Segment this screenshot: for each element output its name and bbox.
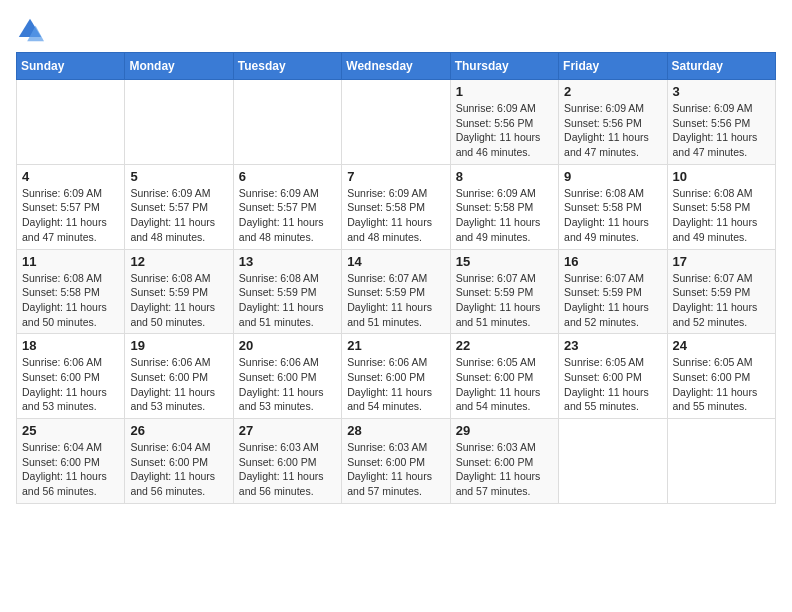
- calendar-cell: 7Sunrise: 6:09 AMSunset: 5:58 PMDaylight…: [342, 164, 450, 249]
- calendar-cell: 19Sunrise: 6:06 AMSunset: 6:00 PMDayligh…: [125, 334, 233, 419]
- day-number: 27: [239, 423, 336, 438]
- day-info: Sunrise: 6:07 AMSunset: 5:59 PMDaylight:…: [673, 271, 770, 330]
- day-info: Sunrise: 6:07 AMSunset: 5:59 PMDaylight:…: [456, 271, 553, 330]
- day-number: 14: [347, 254, 444, 269]
- calendar-week-5: 25Sunrise: 6:04 AMSunset: 6:00 PMDayligh…: [17, 419, 776, 504]
- calendar-cell: [667, 419, 775, 504]
- calendar-cell: 6Sunrise: 6:09 AMSunset: 5:57 PMDaylight…: [233, 164, 341, 249]
- logo: [16, 16, 48, 44]
- day-info: Sunrise: 6:03 AMSunset: 6:00 PMDaylight:…: [456, 440, 553, 499]
- day-number: 25: [22, 423, 119, 438]
- calendar-cell: 5Sunrise: 6:09 AMSunset: 5:57 PMDaylight…: [125, 164, 233, 249]
- col-header-monday: Monday: [125, 53, 233, 80]
- calendar-cell: [233, 80, 341, 165]
- day-info: Sunrise: 6:09 AMSunset: 5:58 PMDaylight:…: [456, 186, 553, 245]
- day-number: 8: [456, 169, 553, 184]
- calendar-cell: 8Sunrise: 6:09 AMSunset: 5:58 PMDaylight…: [450, 164, 558, 249]
- calendar-cell: 1Sunrise: 6:09 AMSunset: 5:56 PMDaylight…: [450, 80, 558, 165]
- col-header-thursday: Thursday: [450, 53, 558, 80]
- day-number: 26: [130, 423, 227, 438]
- calendar-cell: 24Sunrise: 6:05 AMSunset: 6:00 PMDayligh…: [667, 334, 775, 419]
- day-number: 5: [130, 169, 227, 184]
- day-info: Sunrise: 6:05 AMSunset: 6:00 PMDaylight:…: [564, 355, 661, 414]
- day-info: Sunrise: 6:08 AMSunset: 5:59 PMDaylight:…: [239, 271, 336, 330]
- day-number: 21: [347, 338, 444, 353]
- day-number: 24: [673, 338, 770, 353]
- day-number: 13: [239, 254, 336, 269]
- calendar-cell: [125, 80, 233, 165]
- day-number: 15: [456, 254, 553, 269]
- calendar-cell: 17Sunrise: 6:07 AMSunset: 5:59 PMDayligh…: [667, 249, 775, 334]
- calendar-cell: [17, 80, 125, 165]
- page-container: SundayMondayTuesdayWednesdayThursdayFrid…: [16, 16, 776, 504]
- day-info: Sunrise: 6:09 AMSunset: 5:57 PMDaylight:…: [130, 186, 227, 245]
- calendar-cell: 27Sunrise: 6:03 AMSunset: 6:00 PMDayligh…: [233, 419, 341, 504]
- calendar-cell: [559, 419, 667, 504]
- day-info: Sunrise: 6:09 AMSunset: 5:56 PMDaylight:…: [456, 101, 553, 160]
- day-info: Sunrise: 6:06 AMSunset: 6:00 PMDaylight:…: [130, 355, 227, 414]
- day-info: Sunrise: 6:07 AMSunset: 5:59 PMDaylight:…: [347, 271, 444, 330]
- day-info: Sunrise: 6:06 AMSunset: 6:00 PMDaylight:…: [239, 355, 336, 414]
- day-info: Sunrise: 6:06 AMSunset: 6:00 PMDaylight:…: [22, 355, 119, 414]
- calendar-cell: 26Sunrise: 6:04 AMSunset: 6:00 PMDayligh…: [125, 419, 233, 504]
- day-number: 6: [239, 169, 336, 184]
- col-header-tuesday: Tuesday: [233, 53, 341, 80]
- calendar-cell: 2Sunrise: 6:09 AMSunset: 5:56 PMDaylight…: [559, 80, 667, 165]
- day-info: Sunrise: 6:04 AMSunset: 6:00 PMDaylight:…: [130, 440, 227, 499]
- calendar-week-2: 4Sunrise: 6:09 AMSunset: 5:57 PMDaylight…: [17, 164, 776, 249]
- col-header-wednesday: Wednesday: [342, 53, 450, 80]
- day-info: Sunrise: 6:03 AMSunset: 6:00 PMDaylight:…: [239, 440, 336, 499]
- calendar-cell: 13Sunrise: 6:08 AMSunset: 5:59 PMDayligh…: [233, 249, 341, 334]
- calendar-cell: 11Sunrise: 6:08 AMSunset: 5:58 PMDayligh…: [17, 249, 125, 334]
- logo-icon: [16, 16, 44, 44]
- calendar-cell: [342, 80, 450, 165]
- col-header-saturday: Saturday: [667, 53, 775, 80]
- day-number: 22: [456, 338, 553, 353]
- day-info: Sunrise: 6:09 AMSunset: 5:58 PMDaylight:…: [347, 186, 444, 245]
- day-info: Sunrise: 6:08 AMSunset: 5:58 PMDaylight:…: [673, 186, 770, 245]
- day-number: 18: [22, 338, 119, 353]
- calendar-cell: 10Sunrise: 6:08 AMSunset: 5:58 PMDayligh…: [667, 164, 775, 249]
- day-info: Sunrise: 6:09 AMSunset: 5:57 PMDaylight:…: [22, 186, 119, 245]
- day-info: Sunrise: 6:04 AMSunset: 6:00 PMDaylight:…: [22, 440, 119, 499]
- day-number: 23: [564, 338, 661, 353]
- header: [16, 16, 776, 44]
- day-number: 3: [673, 84, 770, 99]
- calendar-cell: 23Sunrise: 6:05 AMSunset: 6:00 PMDayligh…: [559, 334, 667, 419]
- calendar-cell: 12Sunrise: 6:08 AMSunset: 5:59 PMDayligh…: [125, 249, 233, 334]
- day-number: 7: [347, 169, 444, 184]
- calendar-cell: 16Sunrise: 6:07 AMSunset: 5:59 PMDayligh…: [559, 249, 667, 334]
- day-number: 29: [456, 423, 553, 438]
- day-number: 12: [130, 254, 227, 269]
- calendar-cell: 28Sunrise: 6:03 AMSunset: 6:00 PMDayligh…: [342, 419, 450, 504]
- day-number: 16: [564, 254, 661, 269]
- day-number: 10: [673, 169, 770, 184]
- day-info: Sunrise: 6:09 AMSunset: 5:56 PMDaylight:…: [564, 101, 661, 160]
- calendar-cell: 15Sunrise: 6:07 AMSunset: 5:59 PMDayligh…: [450, 249, 558, 334]
- day-number: 1: [456, 84, 553, 99]
- day-info: Sunrise: 6:06 AMSunset: 6:00 PMDaylight:…: [347, 355, 444, 414]
- calendar-week-3: 11Sunrise: 6:08 AMSunset: 5:58 PMDayligh…: [17, 249, 776, 334]
- day-number: 17: [673, 254, 770, 269]
- calendar-cell: 4Sunrise: 6:09 AMSunset: 5:57 PMDaylight…: [17, 164, 125, 249]
- calendar-cell: 3Sunrise: 6:09 AMSunset: 5:56 PMDaylight…: [667, 80, 775, 165]
- calendar-week-4: 18Sunrise: 6:06 AMSunset: 6:00 PMDayligh…: [17, 334, 776, 419]
- calendar-cell: 18Sunrise: 6:06 AMSunset: 6:00 PMDayligh…: [17, 334, 125, 419]
- day-info: Sunrise: 6:08 AMSunset: 5:59 PMDaylight:…: [130, 271, 227, 330]
- calendar-cell: 20Sunrise: 6:06 AMSunset: 6:00 PMDayligh…: [233, 334, 341, 419]
- day-number: 2: [564, 84, 661, 99]
- day-info: Sunrise: 6:08 AMSunset: 5:58 PMDaylight:…: [22, 271, 119, 330]
- day-info: Sunrise: 6:05 AMSunset: 6:00 PMDaylight:…: [673, 355, 770, 414]
- day-number: 11: [22, 254, 119, 269]
- calendar-cell: 14Sunrise: 6:07 AMSunset: 5:59 PMDayligh…: [342, 249, 450, 334]
- day-info: Sunrise: 6:09 AMSunset: 5:56 PMDaylight:…: [673, 101, 770, 160]
- day-info: Sunrise: 6:09 AMSunset: 5:57 PMDaylight:…: [239, 186, 336, 245]
- day-number: 28: [347, 423, 444, 438]
- day-number: 9: [564, 169, 661, 184]
- day-number: 20: [239, 338, 336, 353]
- day-info: Sunrise: 6:07 AMSunset: 5:59 PMDaylight:…: [564, 271, 661, 330]
- calendar-cell: 21Sunrise: 6:06 AMSunset: 6:00 PMDayligh…: [342, 334, 450, 419]
- day-number: 4: [22, 169, 119, 184]
- calendar-cell: 29Sunrise: 6:03 AMSunset: 6:00 PMDayligh…: [450, 419, 558, 504]
- day-number: 19: [130, 338, 227, 353]
